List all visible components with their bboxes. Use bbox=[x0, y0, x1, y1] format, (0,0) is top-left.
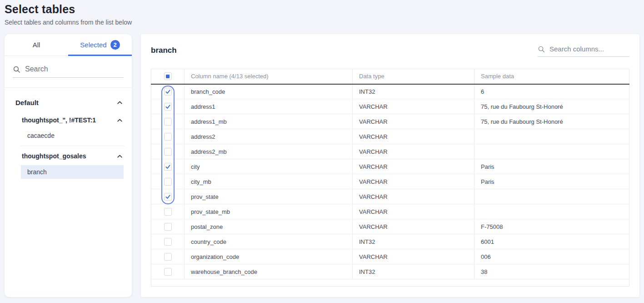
data-type-cell: INT32 bbox=[353, 84, 474, 99]
row-checkbox[interactable] bbox=[164, 253, 172, 261]
column-name-cell: prov_state bbox=[185, 189, 353, 204]
row-checkbox[interactable] bbox=[164, 208, 172, 216]
table-row[interactable]: warehouse_branch_code INT32 38 bbox=[151, 264, 629, 279]
column-name-cell: address1_mb bbox=[185, 114, 353, 129]
search-icon bbox=[13, 66, 20, 73]
column-name-cell: city bbox=[185, 159, 353, 174]
row-checkbox[interactable] bbox=[164, 178, 172, 186]
chevron-up-icon[interactable] bbox=[117, 101, 123, 105]
row-checkbox[interactable] bbox=[164, 148, 172, 156]
tree-table-cacaecde[interactable]: cacaecde bbox=[21, 129, 124, 142]
selected-count-badge: 2 bbox=[110, 40, 120, 50]
content-layout: All Selected 2 Default bbox=[0, 34, 644, 297]
column-name-cell: city_mb bbox=[185, 174, 353, 189]
row-checkbox[interactable] bbox=[164, 163, 172, 171]
table-row[interactable]: postal_zone VARCHAR F-75008 bbox=[151, 219, 629, 234]
data-type-cell: VARCHAR bbox=[353, 204, 474, 219]
table-row[interactable]: address1_mb VARCHAR 75, rue du Faubourg … bbox=[151, 114, 629, 129]
search-tables-input[interactable] bbox=[25, 65, 124, 73]
data-type-header: Data type bbox=[353, 69, 474, 84]
sample-data-cell bbox=[474, 189, 629, 204]
search-columns-input[interactable] bbox=[549, 45, 629, 53]
column-name-cell: address2 bbox=[185, 129, 353, 144]
row-checkbox[interactable] bbox=[164, 193, 172, 201]
tables-tree: Default thoughtspot_", !#TEST:1 cacaecde… bbox=[5, 88, 132, 180]
data-type-cell: VARCHAR bbox=[353, 189, 474, 204]
table-row[interactable]: organization_code VARCHAR 006 bbox=[151, 249, 629, 264]
search-icon bbox=[538, 45, 545, 53]
data-type-cell: INT32 bbox=[353, 264, 474, 279]
table-row[interactable]: city_mb VARCHAR Paris bbox=[151, 174, 629, 189]
data-type-cell: VARCHAR bbox=[353, 99, 474, 114]
columns-table: Column name (4/13 selected) Data type Sa… bbox=[151, 69, 629, 287]
table-row[interactable]: branch_code INT32 6 bbox=[151, 84, 629, 99]
tree-group-default[interactable]: Default bbox=[5, 94, 132, 111]
column-name-cell: address1 bbox=[185, 99, 353, 114]
row-checkbox[interactable] bbox=[164, 268, 172, 276]
data-type-cell: VARCHAR bbox=[353, 219, 474, 234]
table-header-row: Column name (4/13 selected) Data type Sa… bbox=[151, 69, 629, 84]
column-name-cell: country_code bbox=[185, 234, 353, 249]
sample-data-cell: 6001 bbox=[474, 234, 629, 249]
column-name-cell: branch_code bbox=[185, 84, 353, 99]
table-row[interactable]: address2_mb VARCHAR bbox=[151, 144, 629, 159]
table-row[interactable]: address1 VARCHAR 75, rue du Faubourg St-… bbox=[151, 99, 629, 114]
select-all-checkbox[interactable] bbox=[164, 72, 172, 80]
table-footer-row bbox=[151, 279, 629, 287]
tree-schema-label: thoughtspot_", !#TEST:1 bbox=[22, 116, 96, 124]
chevron-up-icon[interactable] bbox=[117, 154, 123, 158]
table-row[interactable]: country_code INT32 6001 bbox=[151, 234, 629, 249]
row-checkbox[interactable] bbox=[164, 238, 172, 246]
page-subtitle: Select tables and columns from the list … bbox=[5, 19, 639, 26]
row-checkbox[interactable] bbox=[164, 118, 172, 126]
table-row[interactable]: city VARCHAR Paris bbox=[151, 159, 629, 174]
column-name-cell: prov_state_mb bbox=[185, 204, 353, 219]
tree-schema-thoughtspot-test[interactable]: thoughtspot_", !#TEST:1 bbox=[5, 112, 132, 128]
sample-data-cell: 75, rue du Faubourg St-Honoré bbox=[474, 99, 629, 114]
columns-panel: branch Co bbox=[141, 34, 639, 297]
sidebar-search bbox=[5, 56, 132, 78]
sample-data-cell: F-75008 bbox=[474, 219, 629, 234]
column-name-cell: warehouse_branch_code bbox=[185, 264, 353, 279]
sample-data-cell: 6 bbox=[474, 84, 629, 99]
divider bbox=[20, 146, 125, 146]
page-title: Select tables bbox=[5, 3, 639, 16]
table-row[interactable]: prov_state VARCHAR bbox=[151, 189, 629, 204]
tab-selected[interactable]: Selected 2 bbox=[68, 34, 132, 56]
tab-selected-label: Selected bbox=[80, 41, 106, 49]
data-type-cell: VARCHAR bbox=[353, 144, 474, 159]
sidebar-tabs: All Selected 2 bbox=[5, 34, 132, 56]
tree-table-branch[interactable]: branch bbox=[21, 165, 124, 179]
data-type-cell: VARCHAR bbox=[353, 114, 474, 129]
tables-sidebar: All Selected 2 Default bbox=[5, 34, 132, 297]
row-checkbox[interactable] bbox=[164, 103, 172, 111]
sample-data-cell: 75, rue du Faubourg St-Honoré bbox=[474, 114, 629, 129]
tab-all[interactable]: All bbox=[5, 34, 68, 56]
sample-data-cell: 006 bbox=[474, 249, 629, 264]
page-header: Select tables Select tables and columns … bbox=[0, 0, 644, 26]
data-type-cell: INT32 bbox=[353, 234, 474, 249]
column-name-cell: address2_mb bbox=[185, 144, 353, 159]
tree-schema-label: thoughtspot_gosales bbox=[22, 152, 86, 160]
row-checkbox[interactable] bbox=[164, 133, 172, 141]
sample-data-cell bbox=[474, 144, 629, 159]
data-type-cell: VARCHAR bbox=[353, 174, 474, 189]
sample-data-header: Sample data bbox=[474, 69, 629, 84]
row-checkbox[interactable] bbox=[164, 223, 172, 231]
tree-schema-thoughtspot-gosales[interactable]: thoughtspot_gosales bbox=[5, 148, 132, 164]
table-row[interactable]: address2 VARCHAR bbox=[151, 129, 629, 144]
chevron-up-icon[interactable] bbox=[117, 118, 123, 122]
tree-group-label: Default bbox=[15, 99, 39, 106]
table-row[interactable]: prov_state_mb VARCHAR bbox=[151, 204, 629, 219]
data-type-cell: VARCHAR bbox=[353, 129, 474, 144]
columns-search bbox=[538, 45, 629, 57]
row-checkbox[interactable] bbox=[164, 88, 172, 96]
sample-data-cell bbox=[474, 129, 629, 144]
columns-table-wrap: Column name (4/13 selected) Data type Sa… bbox=[151, 69, 629, 287]
sample-data-cell: Paris bbox=[474, 159, 629, 174]
sample-data-cell: Paris bbox=[474, 174, 629, 189]
selected-table-title: branch bbox=[151, 46, 177, 57]
sample-data-cell: 38 bbox=[474, 264, 629, 279]
column-name-header: Column name (4/13 selected) bbox=[185, 69, 353, 84]
column-name-cell: postal_zone bbox=[185, 219, 353, 234]
